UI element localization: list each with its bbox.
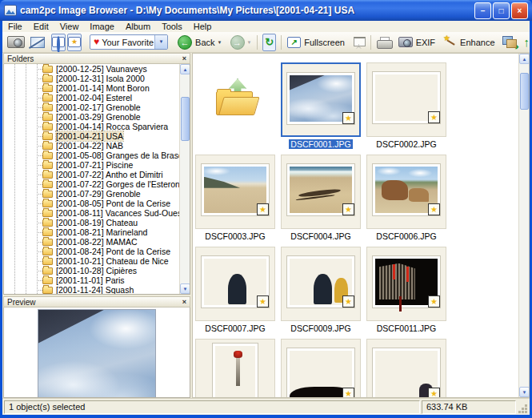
parent-folder-item[interactable]: .. xyxy=(195,62,275,155)
menu-item[interactable]: Image xyxy=(84,21,120,32)
tree-scrollbar-thumb[interactable] xyxy=(181,97,190,141)
folder-tree-item[interactable]: [2001-11-24] Squash xyxy=(4,285,179,294)
menu-item[interactable]: File xyxy=(2,21,28,32)
folder-tree-item[interactable]: [2001-08-11] Vacances Sud-Ouest xyxy=(4,208,179,218)
folder-tree-item[interactable]: [2001-07-29] Grenoble xyxy=(4,189,179,199)
folder-icon xyxy=(42,248,53,255)
menu-item[interactable]: View xyxy=(54,21,85,32)
folder-tree-item[interactable]: [2001-08-19] Chateau xyxy=(4,218,179,227)
menu-item[interactable]: Tools xyxy=(156,21,188,32)
thumbnail-item[interactable]: ★ DSCF0007.JPG xyxy=(195,247,275,339)
preview-panel-title: Preview xyxy=(7,298,36,307)
folder-tree-item[interactable]: [2001-11-01] Paris xyxy=(4,275,179,285)
thumbnail-item[interactable]: ★ DSCF0009.JPG xyxy=(281,247,361,339)
print-button[interactable] xyxy=(376,34,392,51)
enhance-button[interactable]: ★ Enhance xyxy=(443,34,495,51)
resize-grip[interactable] xyxy=(518,400,528,414)
folder-tree-item[interactable]: [2000-12-25] Vaunaveys xyxy=(4,64,179,74)
menu-item[interactable]: Edit xyxy=(28,21,54,32)
projector-screen-icon xyxy=(353,36,365,49)
folders-close-icon[interactable]: × xyxy=(182,54,186,63)
thumbnail-item[interactable] xyxy=(195,339,275,397)
folder-tree-item[interactable]: [2001-03-29] Grenoble xyxy=(4,112,179,122)
folder-icon xyxy=(42,219,53,227)
heart-icon: ♥ xyxy=(94,35,99,49)
folder-tree-item[interactable]: [2001-08-05] Pont de la Cerise xyxy=(4,199,179,208)
folder-tree-item[interactable]: [2001-02-17] Grenoble xyxy=(4,102,179,112)
folder-tree-item[interactable]: [2001-10-21] Chateau de Nice xyxy=(4,256,179,266)
convert-button[interactable]: ➔ xyxy=(502,34,518,51)
upload-button[interactable]: ↑ xyxy=(524,35,530,49)
thumbnail-photo: ★ xyxy=(373,72,440,123)
menu-item[interactable]: Album xyxy=(120,21,156,32)
folder-tree-item[interactable]: [2001-01-14] Mont Boron xyxy=(4,83,179,93)
thumbnail-item[interactable]: ★ DSCF0002.JPG xyxy=(366,62,446,155)
main-scroll-down-icon[interactable]: ▼ xyxy=(519,387,530,397)
thumbnail-item[interactable]: ★ DSCF0006.JPG xyxy=(366,155,446,247)
back-dropdown-caret-icon[interactable]: ▼ xyxy=(218,40,222,45)
refresh-button[interactable]: ↻ xyxy=(262,34,276,51)
status-bar: 1 object(s) selected 633.74 KB xyxy=(2,398,530,415)
thumbnail-photo: ★ xyxy=(373,348,440,397)
folder-tree-item[interactable]: [2001-08-21] Marineland xyxy=(4,227,179,237)
favorite-star-badge: ★ xyxy=(257,295,269,307)
folder-icon xyxy=(42,210,53,217)
folder-tree-item[interactable]: [2001-08-22] MAMAC xyxy=(4,237,179,247)
folder-tree-item[interactable]: [2001-07-22] Antho et Dimitri xyxy=(4,170,179,179)
thumbnail-item[interactable]: ★ DSCF0004.JPG xyxy=(281,155,361,247)
thumbnail-photo: ★ xyxy=(202,164,269,215)
folder-tree-item[interactable]: [2001-07-21] Piscine xyxy=(4,160,179,170)
folder-tree-item[interactable]: [2001-04-22] NAB xyxy=(4,141,179,151)
menu-bar: File Edit View Image Album Tools Help xyxy=(2,21,530,32)
folder-tree-item[interactable]: [2001-05-08] Granges de la Brasque xyxy=(4,151,179,160)
preview-pane-toggle[interactable] xyxy=(51,34,66,51)
main-scrollbar[interactable]: ▲ ▼ xyxy=(518,54,529,397)
folder-tree-item[interactable]: [2001-04-14] Rocca Sparviera xyxy=(4,122,179,131)
tree-scroll-down-icon[interactable]: ▼ xyxy=(180,283,190,294)
exif-button[interactable]: EXIF xyxy=(398,34,436,51)
thumbnail-photo: ★ xyxy=(373,256,440,307)
back-button[interactable]: ← Back ▼ xyxy=(177,34,222,51)
thumbnail-item[interactable]: ★ DSCF0001.JPG xyxy=(281,62,361,155)
folder-tree-item[interactable]: [2001-08-24] Pont de la Cerise xyxy=(4,247,179,256)
folder-icon xyxy=(42,258,53,265)
close-button[interactable]: × xyxy=(511,2,528,19)
preview-close-icon[interactable]: × xyxy=(182,297,186,307)
minimize-button[interactable]: – xyxy=(474,2,491,19)
thumbnail-item[interactable]: ★ xyxy=(281,339,361,397)
forward-dropdown-caret-icon: ▼ xyxy=(247,40,252,45)
thumbnail-item[interactable]: ★ DSCF0011.JPG xyxy=(366,247,446,339)
fullscreen-button[interactable]: ↗ Fullscreen xyxy=(286,34,346,51)
maximize-button[interactable]: □ xyxy=(493,2,510,19)
folder-tree-item[interactable]: [2001-10-28] Cipières xyxy=(4,266,179,275)
title-bar[interactable]: cam2pc Image Browser - D:\My Documents\M… xyxy=(0,0,532,21)
thumbnail-item[interactable]: ★ xyxy=(366,339,446,397)
slideshow-button[interactable] xyxy=(352,34,366,51)
thumbnail-label: DSCF0004.JPG xyxy=(281,231,361,241)
favorite-folders-dropdown[interactable]: ♥ Your Favorite folders ▼ xyxy=(90,34,168,50)
convert-images-icon: ➔ xyxy=(502,36,517,48)
menu-item[interactable]: Help xyxy=(188,21,218,32)
dropdown-arrow-icon[interactable]: ▼ xyxy=(154,35,167,49)
tree-scrollbar[interactable]: ▲ ▼ xyxy=(179,64,190,294)
folder-tree-item[interactable]: [2000-12-31] Isola 2000 xyxy=(4,74,179,83)
favorites-pane-toggle[interactable]: ★ xyxy=(67,34,82,51)
tree-scroll-up-icon[interactable]: ▲ xyxy=(180,64,190,74)
magic-wand-icon: ★ xyxy=(444,36,457,49)
thumbnail-item[interactable]: ★ DSCF0003.JPG xyxy=(195,155,275,247)
folder-up-icon xyxy=(216,80,254,115)
thumbnail-photo: ★ xyxy=(373,164,440,215)
thumbnail-label: DSCF0003.JPG xyxy=(195,231,275,241)
image-viewer-button[interactable] xyxy=(30,34,46,51)
main-scroll-up-icon[interactable]: ▲ xyxy=(519,54,530,64)
fullscreen-icon: ↗ xyxy=(287,37,301,48)
folder-tree-item[interactable]: [2001-02-04] Esterel xyxy=(4,93,179,102)
folder-tree-item[interactable]: [2001-04-21] USA xyxy=(4,131,179,141)
main-scrollbar-thumb[interactable] xyxy=(520,73,529,110)
camera-download-button[interactable] xyxy=(6,34,26,51)
camera-icon xyxy=(7,36,25,48)
thumbnail-photo xyxy=(213,344,258,397)
window-title: cam2pc Image Browser - D:\My Documents\M… xyxy=(20,5,474,16)
folder-tree-item[interactable]: [2001-07-22] Gorges de l'Esteron xyxy=(4,179,179,189)
forward-button[interactable]: → ▼ xyxy=(230,34,253,51)
